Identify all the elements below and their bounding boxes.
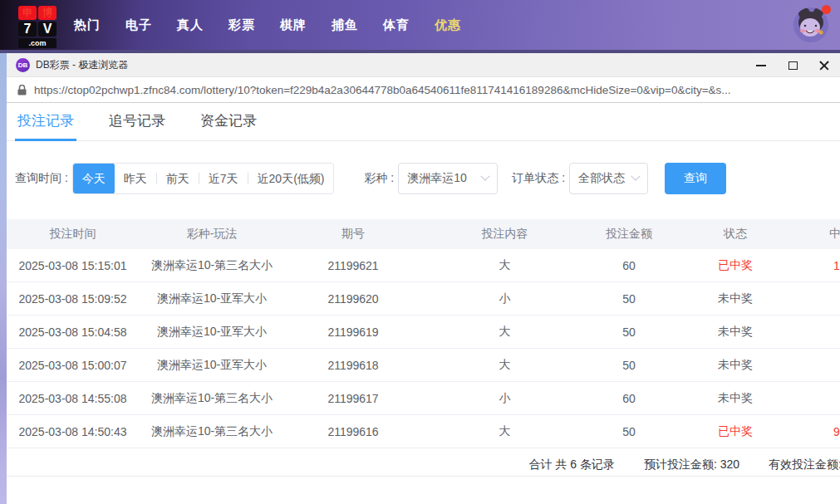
- close-icon: [819, 61, 829, 71]
- maximize-button[interactable]: [777, 53, 808, 77]
- header-issue: 期号: [278, 227, 428, 242]
- header-status: 状态: [676, 227, 794, 242]
- cell-bet-content: 大: [428, 258, 582, 273]
- window-controls: [745, 53, 840, 77]
- cell-status: 已中奖: [676, 424, 794, 439]
- cell-bet-time: 2025-03-08 14:55:08: [0, 392, 145, 405]
- cell-bet-content: 小: [428, 291, 582, 306]
- tab-betting-records[interactable]: 投注记录: [15, 103, 76, 141]
- window-edge-strip: [0, 53, 7, 504]
- nav-item-hot[interactable]: 热门: [74, 17, 101, 33]
- tab-chase-records[interactable]: 追号记录: [106, 103, 168, 141]
- status-select[interactable]: 全部状态: [569, 163, 648, 194]
- cell-bet-time: 2025-03-08 15:09:52: [0, 292, 145, 306]
- logo-domain: .com: [18, 38, 56, 48]
- search-button[interactable]: 查询: [665, 163, 726, 194]
- lottery-select-label: 彩种 :: [364, 171, 394, 186]
- bet-records-table: 投注时间 彩种-玩法 期号 投注内容 投注金额 状态 中奖金额 2025-03-…: [0, 219, 840, 448]
- header-bet-amount: 投注金额: [582, 227, 676, 242]
- cell-issue: 21199619: [278, 325, 428, 339]
- logo-tile: 博: [38, 6, 56, 20]
- lottery-select[interactable]: 澳洲幸运10: [398, 163, 498, 194]
- summary-valid-amount: 有效投注金额:: [769, 458, 840, 472]
- cell-bet-content: 大: [428, 424, 582, 439]
- lock-icon: [17, 85, 27, 95]
- time-option-today[interactable]: 今天: [73, 163, 115, 194]
- cell-bet-amount: 60: [582, 259, 676, 272]
- cell-bet-amount: 50: [582, 325, 676, 339]
- summary-total-count: 合计 共 6 条记录: [529, 458, 615, 472]
- table-row: 2025-03-08 15:04:58 澳洲幸运10-亚军大小 21199619…: [0, 316, 840, 349]
- logo-tile: V: [38, 22, 56, 37]
- time-option-last20days[interactable]: 近20天(低频): [248, 163, 334, 194]
- cell-bet-time: 2025-03-08 14:50:43: [0, 425, 145, 438]
- summary-expected-amount: 预计投注金额: 320: [644, 458, 739, 472]
- header-bet-time: 投注时间: [0, 227, 145, 242]
- logo-tile: 7: [18, 22, 37, 37]
- time-option-yesterday[interactable]: 昨天: [115, 163, 156, 194]
- time-option-day-before[interactable]: 前天: [157, 163, 199, 194]
- cell-bet-time: 2025-03-08 15:00:07: [0, 359, 145, 372]
- user-avatar[interactable]: [793, 7, 828, 42]
- window-title: DB彩票 - 极速浏览器: [36, 58, 128, 72]
- top-banner: 申 博 7 V .com 热门 电子 真人 彩票 棋牌 捕鱼 体育 优惠: [0, 0, 840, 50]
- cell-bet-amount: 50: [582, 425, 676, 438]
- nav-item-lottery[interactable]: 彩票: [228, 17, 255, 33]
- nav-item-promos[interactable]: 优惠: [435, 17, 461, 33]
- chevron-down-icon: [631, 172, 640, 181]
- cell-bet-content: 大: [428, 325, 582, 340]
- browser-titlebar[interactable]: DB DB彩票 - 极速浏览器: [0, 53, 840, 77]
- status-select-label: 订单状态 :: [512, 171, 565, 186]
- cell-issue: 21199617: [278, 392, 428, 405]
- cell-status: 未中奖: [676, 391, 794, 406]
- minimize-button[interactable]: [745, 53, 777, 77]
- cell-bet-content: 大: [428, 358, 582, 373]
- table-row: 2025-03-08 14:50:43 澳洲幸运10-第三名大小 2119961…: [0, 415, 840, 448]
- chevron-down-icon: [481, 172, 490, 181]
- logo-tile: 申: [18, 6, 37, 20]
- table-row: 2025-03-08 15:15:01 澳洲幸运10-第三名大小 2119962…: [0, 249, 840, 282]
- maximize-icon: [788, 61, 798, 70]
- close-button[interactable]: [808, 53, 840, 77]
- cell-game-play: 澳洲幸运10-亚军大小: [145, 291, 278, 306]
- cell-game-play: 澳洲幸运10-第三名大小: [145, 391, 278, 406]
- nav-item-live[interactable]: 真人: [177, 17, 204, 33]
- cell-game-play: 澳洲幸运10-第三名大小: [145, 424, 278, 439]
- cell-bet-amount: 50: [582, 292, 676, 306]
- minimize-icon: [756, 65, 766, 66]
- nav-item-fishing[interactable]: 捕鱼: [332, 17, 358, 33]
- cell-win-amount: 1: [794, 259, 840, 272]
- cell-bet-amount: 60: [582, 392, 676, 405]
- time-filter-label: 查询时间 :: [15, 171, 68, 186]
- nav-item-cards[interactable]: 棋牌: [280, 17, 307, 33]
- url-text: https://ctop02pchwp1.zfnc84.com/lottery/…: [34, 84, 731, 96]
- filter-bar: 查询时间 : 今天 昨天 前天 近7天 近20天(低频) 彩种 : 澳洲幸运10…: [0, 163, 840, 194]
- main-nav: 热门 电子 真人 彩票 棋牌 捕鱼 体育 优惠: [74, 0, 461, 50]
- cell-bet-time: 2025-03-08 15:15:01: [0, 259, 145, 272]
- cell-game-play: 澳洲幸运10-亚军大小: [145, 358, 278, 373]
- summary-bar: 合计 共 6 条记录 预计投注金额: 320 有效投注金额:: [0, 453, 840, 477]
- time-option-last7days[interactable]: 近7天: [199, 163, 248, 194]
- table-header-row: 投注时间 彩种-玩法 期号 投注内容 投注金额 状态 中奖金额: [0, 219, 840, 249]
- cell-issue: 21199616: [278, 425, 428, 438]
- cell-game-play: 澳洲幸运10-第三名大小: [145, 258, 278, 273]
- cell-status: 未中奖: [676, 291, 794, 306]
- table-row: 2025-03-08 15:09:52 澳洲幸运10-亚军大小 21199620…: [0, 282, 840, 316]
- lottery-select-value: 澳洲幸运10: [407, 171, 467, 186]
- nav-item-sports[interactable]: 体育: [383, 17, 410, 33]
- cell-status: 未中奖: [676, 358, 794, 373]
- cell-win-amount: 9: [794, 425, 840, 438]
- cell-issue: 21199621: [278, 259, 428, 272]
- cell-issue: 21199618: [278, 359, 428, 372]
- cell-status: 已中奖: [676, 258, 794, 273]
- brand-logo[interactable]: 申 博 7 V .com: [18, 6, 60, 48]
- tab-funds-records[interactable]: 资金记录: [198, 103, 259, 141]
- record-tabs: 投注记录 追号记录 资金记录: [0, 103, 840, 141]
- cell-status: 未中奖: [676, 325, 794, 340]
- table-row: 2025-03-08 15:00:07 澳洲幸运10-亚军大小 21199618…: [0, 349, 840, 382]
- time-filter-group: 今天 昨天 前天 近7天 近20天(低频): [72, 163, 335, 194]
- nav-item-slots[interactable]: 电子: [125, 17, 152, 33]
- address-bar[interactable]: https://ctop02pchwp1.zfnc84.com/lottery/…: [0, 77, 840, 103]
- status-select-value: 全部状态: [578, 171, 625, 186]
- header-game-play: 彩种-玩法: [145, 227, 278, 242]
